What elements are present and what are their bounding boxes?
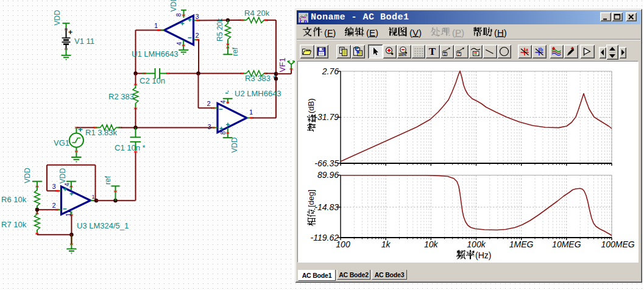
svg-text:U2 LMH6643: U2 LMH6643	[235, 89, 281, 98]
svg-text:R6 10k: R6 10k	[1, 195, 27, 204]
svg-text:?: ?	[458, 51, 460, 57]
svg-text:x: x	[478, 52, 479, 56]
svg-text:2: 2	[52, 202, 55, 209]
svg-text:V1 11: V1 11	[74, 37, 94, 46]
svg-text:R2 383: R2 383	[108, 92, 134, 101]
svg-text:4: 4	[176, 42, 183, 46]
svg-text:8: 8	[176, 13, 183, 16]
svg-text:+: +	[68, 28, 73, 37]
svg-text:1: 1	[154, 22, 158, 29]
svg-text:11: 11	[65, 210, 72, 216]
svg-text:VDD: VDD	[53, 10, 62, 26]
svg-text:1: 1	[92, 194, 95, 200]
svg-text:4: 4	[220, 100, 227, 104]
svg-text:R5 20k: R5 20k	[216, 18, 224, 41]
svg-text:100%: 100%	[398, 52, 406, 57]
svg-text:T: T	[443, 51, 446, 57]
svg-text:2: 2	[196, 32, 199, 39]
svg-text:VDD: VDD	[23, 168, 32, 183]
svg-text:R7 10k: R7 10k	[1, 220, 27, 229]
svg-text:R3 383 *: R3 383 *	[245, 74, 276, 83]
svg-text:ref: ref	[231, 47, 239, 56]
svg-text:a: a	[526, 46, 529, 52]
svg-text:VDD: VDD	[58, 168, 67, 184]
svg-text:C1 10n *: C1 10n *	[115, 143, 146, 152]
svg-text:8: 8	[220, 131, 227, 135]
svg-text:R1 3.83k: R1 3.83k	[85, 128, 118, 137]
svg-text:1: 1	[249, 108, 253, 116]
svg-text:T: T	[429, 46, 436, 57]
svg-text:2: 2	[207, 100, 210, 107]
svg-text:VG1: VG1	[54, 138, 69, 147]
svg-text:C2 10n: C2 10n	[140, 76, 165, 85]
svg-text:U1 LMH6643: U1 LMH6643	[132, 49, 179, 58]
svg-text:ref: ref	[104, 175, 112, 185]
svg-text:3: 3	[52, 183, 55, 190]
svg-text:b: b	[540, 46, 543, 52]
svg-text:R4 20k: R4 20k	[244, 9, 270, 18]
svg-text:3: 3	[196, 13, 199, 20]
svg-text:3: 3	[207, 123, 211, 130]
svg-text:VF1: VF1	[278, 58, 287, 72]
svg-text:U3 LM324/5_1: U3 LM324/5_1	[77, 221, 129, 230]
svg-text:VDD: VDD	[169, 0, 178, 12]
svg-text:VDD: VDD	[230, 137, 239, 153]
